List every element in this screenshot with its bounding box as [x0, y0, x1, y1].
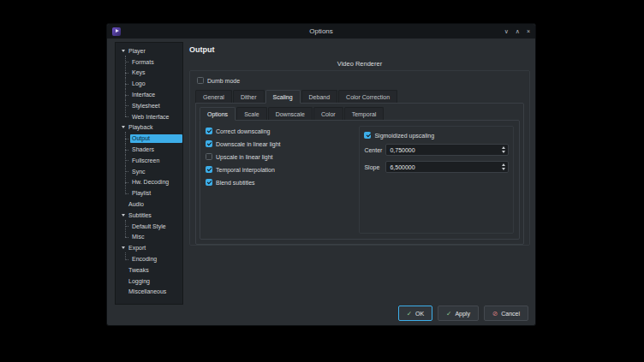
sidebar: Player Formats Keys Logo Interface Style… [115, 42, 183, 305]
sidebar-item-label: Hw. Decoding [130, 178, 182, 187]
button-label: Cancel [501, 311, 520, 317]
button-label: OK [415, 311, 424, 317]
sidebar-item-label: Output [130, 134, 182, 143]
app-icon [112, 27, 121, 36]
checkbox-box[interactable] [206, 140, 212, 147]
sidebar-item-label: Miscellaneous [127, 288, 182, 296]
sidebar-item-web-interface[interactable]: Web Interface [116, 111, 182, 122]
sidebar-item-label: Default Style [130, 222, 182, 230]
downscale-linear-light-checkbox[interactable]: Downscale in linear light [206, 140, 359, 147]
titlebar[interactable]: Options ∨ ∧ × [107, 24, 535, 39]
spin-down-icon[interactable] [502, 168, 505, 170]
button-label: Apply [455, 311, 470, 317]
spinner-arrows [502, 146, 505, 153]
sidebar-item-label: Logging [127, 276, 182, 285]
options-window: Options ∨ ∧ × Player Formats Keys Logo [106, 23, 536, 326]
chevron-down-icon[interactable] [119, 50, 127, 52]
chevron-down-icon[interactable] [119, 126, 127, 128]
checkbox-label: Sigmoidized upscaling [374, 133, 434, 139]
sidebar-item-label: Formats [130, 57, 182, 66]
tab-scaling[interactable]: Scaling [265, 90, 301, 104]
desktop-background: Options ∨ ∧ × Player Formats Keys Logo [0, 0, 644, 362]
main-panel: Output Video Renderer Dumb mode General … [189, 42, 530, 246]
slope-value[interactable]: 6,500000 [390, 164, 502, 170]
checkbox-box[interactable] [206, 128, 212, 134]
cancel-button[interactable]: ⊘ Cancel [484, 306, 528, 321]
spin-up-icon[interactable] [502, 163, 505, 166]
sidebar-item-label: Web Interface [130, 112, 182, 121]
dumb-mode-checkbox[interactable]: Dumb mode [197, 77, 524, 84]
cancel-icon: ⊘ [492, 310, 498, 317]
sidebar-item-label: Misc [130, 233, 182, 241]
checkbox-box[interactable] [197, 77, 204, 84]
sidebar-item-audio[interactable]: Audio [116, 199, 182, 210]
scaling-inner-tabbar: Options Scale Downscale Color Temporal [200, 107, 520, 120]
center-label: Center [364, 147, 385, 153]
chevron-down-icon[interactable] [119, 246, 127, 249]
sidebar-item-label: Stylesheet [130, 101, 182, 110]
sidebar-item-label: Keys [130, 68, 182, 77]
slope-spinbox[interactable]: 6,500000 [385, 161, 509, 173]
spin-up-icon[interactable] [502, 146, 505, 149]
spin-down-icon[interactable] [502, 151, 505, 153]
sigmoid-panel: Sigmoidized upscaling Center 0,750000 [359, 126, 514, 234]
sidebar-item-misc[interactable]: Misc [116, 232, 182, 243]
sidebar-item-label: Sync [130, 167, 182, 175]
sigmoidized-upscaling-checkbox[interactable]: Sigmoidized upscaling [364, 132, 509, 139]
center-spinbox[interactable]: 0,750000 [385, 144, 509, 156]
checkbox-box[interactable] [206, 153, 212, 160]
renderer-tabbar: General Dither Scaling Deband Color Corr… [195, 90, 524, 103]
sidebar-item-label: Audio [127, 200, 182, 209]
slope-field-row: Slope 6,500000 [364, 161, 509, 173]
tab-color[interactable]: Color [313, 107, 343, 120]
scaling-tab-panel: Options Scale Downscale Color Temporal C… [195, 103, 524, 245]
temporal-interpolation-checkbox[interactable]: Temporal interpolation [206, 166, 359, 173]
video-renderer-group: Video Renderer Dumb mode General Dither … [189, 60, 530, 246]
chevron-down-icon[interactable] [119, 214, 127, 217]
check-icon: ✓ [446, 310, 451, 317]
tab-dither[interactable]: Dither [233, 90, 265, 103]
sidebar-item-label: Subtitles [127, 211, 182, 219]
tab-deband[interactable]: Deband [301, 90, 338, 103]
options-tab-panel: Correct downscaling Downscale in linear … [200, 120, 520, 240]
group-title: Video Renderer [189, 60, 530, 68]
tab-downscale[interactable]: Downscale [268, 107, 313, 120]
sidebar-item-label: Playlist [130, 189, 182, 198]
sidebar-item-label: Logo [130, 80, 182, 88]
sidebar-item-encoding[interactable]: Encoding [116, 253, 182, 264]
window-title: Options [107, 27, 535, 35]
tab-general[interactable]: General [195, 90, 232, 103]
checkbox-label: Correct downscaling [216, 128, 270, 134]
tab-color-correction[interactable]: Color Correction [338, 90, 397, 103]
tab-options[interactable]: Options [200, 107, 236, 121]
tab-scale[interactable]: Scale [236, 107, 267, 120]
close-button[interactable]: × [527, 27, 530, 36]
maximize-button[interactable]: ∧ [516, 27, 520, 36]
apply-button[interactable]: ✓ Apply [438, 306, 479, 321]
slope-label: Slope [364, 164, 385, 170]
group-frame: Dumb mode General Dither Scaling Deband … [189, 70, 530, 246]
sidebar-item-label: Export [127, 244, 182, 252]
checkbox-box[interactable] [206, 166, 212, 173]
sidebar-item-label: Fullscreen [130, 156, 182, 164]
sidebar-item-label: Tweaks [127, 265, 182, 274]
sidebar-item-playlist[interactable]: Playlist [116, 187, 182, 199]
sidebar-item-label: Interface [130, 91, 182, 99]
sidebar-item-miscellaneous[interactable]: Miscellaneous [116, 287, 182, 298]
ok-button[interactable]: ✓ OK [398, 306, 432, 321]
sidebar-item-tweaks[interactable]: Tweaks [116, 264, 182, 276]
sidebar-item-logging[interactable]: Logging [116, 276, 182, 287]
tab-temporal[interactable]: Temporal [344, 107, 385, 120]
sidebar-item-label: Encoding [130, 255, 182, 264]
upscale-linear-light-checkbox[interactable]: Upscale in linear light [206, 153, 359, 160]
correct-downscaling-checkbox[interactable]: Correct downscaling [206, 128, 359, 134]
checkbox-box[interactable] [206, 179, 212, 186]
sidebar-item-label: Shaders [130, 145, 182, 154]
checkbox-label: Downscale in linear light [216, 141, 280, 147]
minimize-button[interactable]: ∨ [504, 27, 509, 36]
center-value[interactable]: 0,750000 [390, 147, 502, 153]
scaling-options-list: Correct downscaling Downscale in linear … [206, 126, 359, 234]
checkbox-box[interactable] [364, 132, 371, 139]
page-title: Output [189, 45, 530, 54]
blend-subtitles-checkbox[interactable]: Blend subtitles [206, 179, 359, 186]
